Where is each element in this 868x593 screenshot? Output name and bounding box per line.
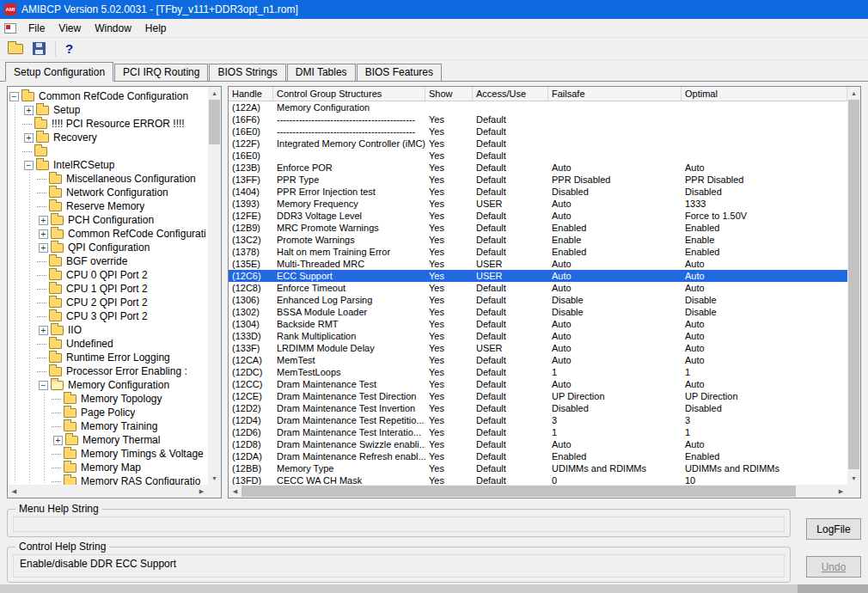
tab-bios-features[interactable]: BIOS Features — [357, 64, 442, 81]
column-header-optimal[interactable]: Optimal — [682, 87, 847, 101]
tree-item[interactable]: CPU 3 QPI Port 2 — [8, 309, 208, 323]
table-row[interactable]: (16E0)----------------------------------… — [229, 125, 847, 138]
expand-icon[interactable]: + — [24, 133, 34, 143]
tree-item[interactable] — [8, 144, 208, 158]
tree-item[interactable]: Miscellaneous Configuration — [8, 172, 208, 186]
tree-item[interactable]: Processor Error Enabling : — [8, 364, 208, 378]
table-row[interactable]: (1304)Backside RMTYesDefaultAutoAuto — [229, 318, 847, 330]
tree-item[interactable]: CPU 2 QPI Port 2 — [8, 296, 208, 309]
table-row[interactable]: (12C6)ECC SupportYesUSERAutoAuto — [229, 270, 847, 282]
scroll-left-arrow[interactable]: ◀ — [229, 485, 241, 498]
table-row[interactable]: (12D8)Dram Maintenance Swizzle enabli...… — [229, 438, 847, 450]
table-row[interactable]: (1306)Enhanced Log ParsingYesDefaultDisa… — [229, 294, 847, 306]
column-header-handle[interactable]: Handle — [229, 87, 273, 101]
column-header-access-use[interactable]: Access/Use — [473, 87, 548, 101]
tree-item[interactable]: +Memory Thermal — [8, 433, 208, 447]
menu-help[interactable]: Help — [138, 20, 174, 37]
table-row[interactable]: (122A)Memory Configuration — [229, 101, 847, 113]
table-row[interactable]: (16E0)YesDefault — [229, 150, 847, 162]
table-horizontal-scrollbar[interactable]: ◀ ▶ — [229, 485, 847, 498]
table-row[interactable]: (16F6)----------------------------------… — [229, 113, 847, 125]
expand-icon[interactable]: + — [24, 106, 34, 115]
open-file-icon[interactable] — [8, 44, 23, 54]
tree-item[interactable]: Memory Topology — [8, 392, 208, 406]
tree-item[interactable]: Undefined — [8, 337, 208, 351]
table-row[interactable]: (1378)Halt on mem Training ErrorYesDefau… — [229, 246, 847, 258]
document-icon[interactable] — [4, 23, 16, 34]
tree-item[interactable]: Memory Training — [8, 419, 208, 433]
collapse-icon[interactable]: − — [24, 161, 34, 170]
save-file-icon[interactable] — [33, 42, 46, 55]
scrollbar-thumb[interactable] — [209, 100, 220, 144]
table-row[interactable]: (133D)Rank MultiplicationYesDefaultAutoA… — [229, 330, 847, 342]
tree-item[interactable]: CPU 0 QPI Port 2 — [8, 268, 208, 282]
tree-item[interactable]: −Common RefCode Configuration — [8, 89, 208, 103]
scroll-up-arrow[interactable]: ▲ — [208, 87, 221, 100]
expand-icon[interactable]: + — [39, 229, 48, 239]
tree-item[interactable]: Reserve Memory — [8, 199, 208, 213]
table-vertical-scrollbar[interactable]: ▲ ▼ — [847, 87, 860, 485]
table-row[interactable]: (1302)BSSA Module LoaderYesDefaultDisabl… — [229, 306, 847, 318]
column-header-control-group-structures[interactable]: Control Group Structures — [273, 87, 425, 101]
tree-item[interactable]: +Setup — [8, 103, 208, 117]
expand-icon[interactable]: + — [39, 243, 48, 253]
tab-setup-configuration[interactable]: Setup Configuration — [5, 62, 113, 82]
table-row[interactable]: (123B)Enforce PORYesDefaultAutoAuto — [229, 162, 847, 174]
scroll-right-arrow[interactable]: ▶ — [834, 485, 847, 498]
tree-item[interactable]: CPU 1 QPI Port 2 — [8, 282, 208, 296]
column-header-show[interactable]: Show — [425, 87, 473, 101]
menu-view[interactable]: View — [52, 20, 88, 37]
scroll-up-arrow[interactable]: ▲ — [847, 87, 860, 100]
column-header-failsafe[interactable]: Failsafe — [548, 87, 682, 101]
table-row[interactable]: (12CA)MemTestYesDefaultAutoAuto — [229, 354, 847, 366]
tree-item[interactable]: !!!! PCI Resource ERROR !!!! — [8, 117, 208, 131]
table-row[interactable]: (12CC)Dram Maintenance TestYesDefaultAut… — [229, 378, 847, 390]
table-row[interactable]: (13FD)CECC WA CH MaskYesDefault010 — [229, 474, 847, 485]
collapse-icon[interactable]: − — [9, 92, 19, 101]
tree-item[interactable]: Memory Timings & Voltage — [8, 447, 208, 461]
tab-pci-irq-routing[interactable]: PCI IRQ Routing — [114, 64, 208, 81]
table-row[interactable]: (12C8)Enforce TimeoutYesDefaultAutoAuto — [229, 282, 847, 294]
tree-item[interactable]: Page Policy — [8, 406, 208, 419]
scroll-right-arrow[interactable]: ▶ — [195, 485, 208, 498]
menu-window[interactable]: Window — [88, 20, 138, 37]
scroll-down-arrow[interactable]: ▼ — [847, 472, 860, 485]
tree-item[interactable]: Network Configuration — [8, 186, 208, 199]
table-row[interactable]: (12CE)Dram Maintenance Test DirectionYes… — [229, 390, 847, 402]
table-row[interactable]: (133F)LRDIMM Module DelayYesUSERAutoAuto — [229, 342, 847, 354]
table-row[interactable]: (13FF)PPR TypeYesDefaultPPR DisabledPPR … — [229, 174, 847, 186]
table-row[interactable]: (12DC)MemTestLoopsYesDefault11 — [229, 366, 847, 378]
logfile-button[interactable]: LogFile — [806, 518, 861, 540]
table-row[interactable]: (12B9)MRC Promote WarningsYesDefaultEnab… — [229, 222, 847, 234]
scrollbar-thumb[interactable] — [241, 486, 796, 497]
help-icon[interactable]: ? — [65, 42, 73, 55]
tree-item[interactable]: +IIO — [8, 323, 208, 337]
table-row[interactable]: (12DA)Dram Maintenance Refresh enabl...Y… — [229, 450, 847, 462]
table-row[interactable]: (12FE)DDR3 Voltage LevelYesDefaultAutoFo… — [229, 210, 847, 222]
collapse-icon[interactable]: − — [39, 381, 48, 390]
tree-item[interactable]: Memory RAS Configuratio — [8, 474, 208, 485]
table-row[interactable]: (12BB)Memory TypeYesDefaultUDIMMs and RD… — [229, 462, 847, 474]
expand-icon[interactable]: + — [53, 436, 63, 445]
table-row[interactable]: (135E)Multi-Threaded MRCYesUSERAutoAuto — [229, 258, 847, 270]
tree-item[interactable]: Memory Map — [8, 461, 208, 474]
tree-vertical-scrollbar[interactable]: ▲ ▼ — [208, 87, 221, 485]
tree-item[interactable]: −Memory Configuration — [8, 378, 208, 392]
scroll-left-arrow[interactable]: ◀ — [8, 485, 21, 498]
table-row[interactable]: (13C2)Promote WarningsYesDefaultEnableEn… — [229, 234, 847, 246]
tree-item[interactable]: +PCH Configuration — [8, 213, 208, 227]
tab-bios-strings[interactable]: BIOS Strings — [209, 64, 285, 81]
tree-item[interactable]: +QPI Configuration — [8, 241, 208, 254]
tab-dmi-tables[interactable]: DMI Tables — [287, 64, 356, 81]
scroll-down-arrow[interactable]: ▼ — [208, 472, 221, 485]
table-row[interactable]: (1404)PPR Error Injection testYesDefault… — [229, 186, 847, 198]
table-row[interactable]: (1393)Memory FrequencyYesUSERAuto1333 — [229, 198, 847, 210]
tree-horizontal-scrollbar[interactable]: ◀ ▶ — [8, 485, 208, 498]
expand-icon[interactable]: + — [39, 326, 48, 335]
undo-button[interactable]: Undo — [806, 556, 861, 578]
table-row[interactable]: (12D2)Dram Maintenance Test InvertionYes… — [229, 402, 847, 414]
expand-icon[interactable]: + — [39, 216, 48, 225]
tree-item[interactable]: BGF override — [8, 254, 208, 268]
menu-file[interactable]: File — [21, 20, 52, 37]
table-row[interactable]: (12D6)Dram Maintenance Test Interatio...… — [229, 426, 847, 438]
